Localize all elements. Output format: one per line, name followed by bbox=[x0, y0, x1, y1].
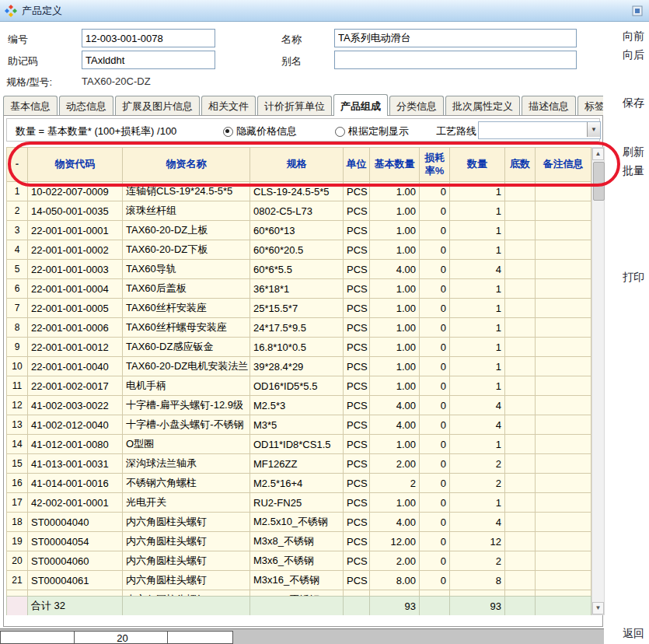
row-number-cell[interactable]: 11 bbox=[7, 376, 28, 396]
scroll-up-icon[interactable]: ▲ bbox=[592, 148, 604, 160]
grid-cell[interactable]: 内六角圆柱头螺钉 bbox=[123, 590, 250, 597]
grid-cell[interactable]: 0 bbox=[420, 396, 450, 415]
col-header-rowsel[interactable]: - bbox=[7, 148, 28, 182]
grid-cell[interactable]: 1 bbox=[450, 357, 505, 376]
grid-cell[interactable]: PCS bbox=[344, 376, 370, 396]
grid-cell[interactable] bbox=[536, 454, 591, 474]
grid-cell[interactable]: PCS bbox=[344, 415, 370, 435]
grid-cell[interactable]: TAX60丝杆螺母安装座 bbox=[123, 318, 250, 338]
grid-cell[interactable]: 0 bbox=[420, 318, 450, 338]
tab-basic-info[interactable]: 基本信息 bbox=[3, 96, 58, 116]
grid-cell[interactable]: 0 bbox=[420, 240, 450, 260]
grid-cell[interactable]: 1.00 bbox=[370, 318, 420, 338]
row-number-cell[interactable]: 7 bbox=[7, 299, 28, 318]
grid-cell[interactable]: PCS bbox=[344, 240, 370, 260]
grid-cell[interactable]: OD16*ID5*5.5 bbox=[250, 376, 344, 396]
row-number-cell[interactable]: 20 bbox=[7, 551, 28, 571]
grid-cell[interactable] bbox=[505, 396, 536, 415]
grid-cell[interactable]: 2 bbox=[450, 474, 505, 493]
grid-cell[interactable]: 39*28.4*29 bbox=[250, 357, 344, 376]
grid-cell[interactable]: 22-001-001-0004 bbox=[28, 279, 123, 299]
grid-cell[interactable] bbox=[536, 182, 591, 201]
grid-cell[interactable]: 12 bbox=[450, 532, 505, 551]
grid-cell[interactable]: 1.00 bbox=[370, 493, 420, 513]
grid-cell[interactable] bbox=[536, 493, 591, 513]
grid-cell[interactable] bbox=[536, 376, 591, 396]
grid-cell[interactable]: M3x6_不锈钢 bbox=[250, 551, 344, 571]
tab-classification[interactable]: 分类信息 bbox=[389, 96, 444, 116]
grid-cell[interactable]: 1 bbox=[450, 299, 505, 318]
row-number-cell[interactable]: 19 bbox=[7, 532, 28, 551]
row-number-cell[interactable]: 4 bbox=[7, 240, 28, 260]
save-button[interactable]: 保存 bbox=[623, 96, 644, 110]
grid-cell[interactable]: ST00004054 bbox=[28, 532, 123, 551]
grid-cell[interactable]: PCS bbox=[344, 182, 370, 201]
grid-cell[interactable]: 0802-C5-L73 bbox=[250, 201, 344, 221]
grid-cell[interactable]: 0 bbox=[420, 260, 450, 279]
grid-cell[interactable]: PCS bbox=[344, 454, 370, 474]
row-number-cell[interactable]: 21 bbox=[7, 571, 28, 590]
grid-cell[interactable]: 0 bbox=[420, 571, 450, 590]
grid-cell[interactable] bbox=[505, 201, 536, 221]
grid-cell[interactable]: 0 bbox=[420, 513, 450, 532]
grid-cell[interactable]: TAX60-20-DZ上板 bbox=[123, 221, 250, 240]
grid-cell[interactable]: 41-002-012-0040 bbox=[28, 415, 123, 435]
grid-cell[interactable]: 12.00 bbox=[370, 532, 420, 551]
grid-cell[interactable] bbox=[536, 260, 591, 279]
grid-cell[interactable] bbox=[505, 435, 536, 454]
grid-cell[interactable]: 14-050-001-0035 bbox=[28, 201, 123, 221]
grid-cell[interactable] bbox=[536, 279, 591, 299]
tab-pricing-units[interactable]: 计价折算单位 bbox=[257, 96, 332, 116]
grid-cell[interactable] bbox=[536, 532, 591, 551]
tab-related-files[interactable]: 相关文件 bbox=[201, 96, 256, 116]
grid-cell[interactable]: 2 bbox=[370, 474, 420, 493]
chevron-down-icon[interactable]: ▼ bbox=[587, 122, 600, 137]
grid-cell[interactable]: TAX60后盖板 bbox=[123, 279, 250, 299]
grid-cell[interactable] bbox=[505, 338, 536, 357]
grid-cell[interactable] bbox=[536, 551, 591, 571]
grid-cell[interactable]: PCS bbox=[344, 299, 370, 318]
row-number-cell[interactable]: 15 bbox=[7, 454, 28, 474]
grid-cell[interactable]: 1 bbox=[450, 279, 505, 299]
grid-cell[interactable]: 25*15.5*7 bbox=[250, 299, 344, 318]
grid-cell[interactable] bbox=[505, 376, 536, 396]
page-forward-button[interactable]: 向前 bbox=[623, 30, 644, 44]
row-number-cell[interactable]: 6 bbox=[7, 279, 28, 299]
grid-cell[interactable] bbox=[536, 357, 591, 376]
grid-cell[interactable]: PCS bbox=[344, 357, 370, 376]
grid-cell[interactable]: PCS bbox=[344, 279, 370, 299]
col-header-material-code[interactable]: 物资代码 bbox=[28, 148, 123, 182]
grid-cell[interactable]: 41-012-001-0080 bbox=[28, 435, 123, 454]
grid-cell[interactable]: 60*60*20.5 bbox=[250, 240, 344, 260]
grid-cell[interactable]: 60*6*5.5 bbox=[250, 260, 344, 279]
vertical-scrollbar[interactable]: ▲ ▼ bbox=[591, 147, 605, 615]
grid-cell[interactable] bbox=[536, 221, 591, 240]
grid-cell[interactable]: 1.00 bbox=[370, 357, 420, 376]
grid-cell[interactable] bbox=[536, 474, 591, 493]
scrollbar-thumb[interactable] bbox=[593, 162, 605, 201]
grid-cell[interactable]: PCS bbox=[344, 590, 370, 597]
grid-cell[interactable]: 4 bbox=[450, 415, 505, 435]
col-header-note[interactable]: 备注信息 bbox=[536, 148, 591, 182]
grid-cell[interactable]: 4.00 bbox=[370, 260, 420, 279]
tab-extended-images[interactable]: 扩展及图片信息 bbox=[115, 96, 200, 116]
grid-cell[interactable]: 16.8*10*0.5 bbox=[250, 338, 344, 357]
grid-cell[interactable]: PCS bbox=[344, 318, 370, 338]
grid-cell[interactable]: 1 bbox=[450, 376, 505, 396]
grid-cell[interactable] bbox=[450, 590, 505, 597]
grid-cell[interactable]: 1 bbox=[450, 201, 505, 221]
grid-cell[interactable]: TAX60导轨 bbox=[123, 260, 250, 279]
grid-cell[interactable]: 1.00 bbox=[370, 240, 420, 260]
alias-input[interactable] bbox=[334, 51, 577, 69]
row-number-cell[interactable]: 1 bbox=[7, 182, 28, 201]
grid-cell[interactable] bbox=[505, 513, 536, 532]
grid-cell[interactable]: 1 bbox=[450, 435, 505, 454]
grid-cell[interactable]: TAX60-20-DZ下板 bbox=[123, 240, 250, 260]
grid-cell[interactable]: O型圈 bbox=[123, 435, 250, 454]
grid-cell[interactable] bbox=[420, 590, 450, 597]
row-number-cell[interactable]: 17 bbox=[7, 493, 28, 513]
grid-cell[interactable] bbox=[536, 318, 591, 338]
grid-cell[interactable]: 0 bbox=[420, 201, 450, 221]
grid-cell[interactable]: 1.00 bbox=[370, 376, 420, 396]
grid-cell[interactable]: 0 bbox=[420, 376, 450, 396]
